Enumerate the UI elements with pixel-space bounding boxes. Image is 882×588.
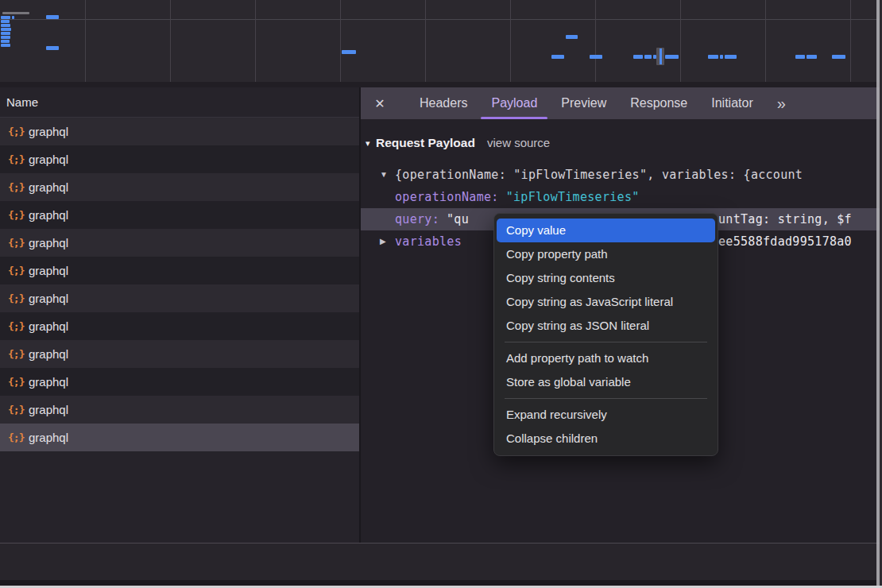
overview-pending-bar [2,12,29,14]
menu-item-copy-string-as-json-literal[interactable]: Copy string as JSON literal [497,314,715,338]
overview-gridline [425,0,426,82]
request-row-graphql[interactable]: {;}graphql [0,173,359,201]
property-key: query: [395,212,439,226]
property-value-clipped: untTag: string, $f [718,208,852,230]
menu-item-collapse-children[interactable]: Collapse children [497,427,715,451]
overview-request-bar [46,46,59,50]
window-bottom-strip [0,580,882,586]
json-braces-icon: {;} [8,153,29,165]
json-braces-icon: {;} [8,209,29,221]
request-name: graphql [29,125,68,138]
overview-request-bar [807,55,817,59]
property-key: variables [395,234,462,249]
overview-request-bar [590,55,602,59]
collapse-triangle-icon[interactable]: ▼ [380,164,388,186]
request-row-graphql[interactable]: {;}graphql [0,257,359,284]
devtools-network-panel: Name {;}graphql{;}graphql{;}graphql{;}gr… [0,0,882,588]
menu-item-expand-recursively[interactable]: Expand recursively [497,403,715,427]
menu-item-copy-string-as-javascript-literal[interactable]: Copy string as JavaScript literal [497,290,715,314]
more-tabs-icon[interactable]: » [777,87,786,119]
request-name: graphql [29,319,68,333]
request-row-graphql[interactable]: {;}graphql [0,340,359,368]
tab-headers[interactable]: Headers [420,87,467,119]
json-braces-icon: {;} [8,181,29,193]
request-name: graphql [29,375,68,389]
payload-operation-row[interactable]: operationName:"ipFlowTimeseries" [361,186,882,208]
property-value-string: "ipFlowTimeseries" [506,190,640,204]
request-row-graphql[interactable]: {;}graphql [0,284,359,312]
request-row-graphql[interactable]: {;}graphql [0,424,359,451]
request-payload-section-header[interactable]: ▾ Request Payload view source [361,132,882,154]
tab-preview[interactable]: Preview [561,87,606,119]
tab-payload[interactable]: Payload [491,87,537,119]
section-title: Request Payload [376,132,475,154]
column-header-name[interactable]: Name [0,87,359,118]
request-row-graphql[interactable]: {;}graphql [0,201,359,229]
overview-gridline [850,0,851,82]
overview-request-bar [1,40,10,43]
request-name: graphql [29,153,68,166]
request-row-graphql[interactable]: {;}graphql [0,118,359,145]
request-row-graphql[interactable]: {;}graphql [0,145,359,173]
tab-initiator[interactable]: Initiator [711,87,752,119]
tab-response[interactable]: Response [630,87,687,119]
overview-request-bar [832,55,845,59]
menu-item-copy-string-contents[interactable]: Copy string contents [497,266,715,290]
overview-request-bar [1,24,10,27]
overview-request-bar [1,44,10,47]
overview-request-bar [1,32,10,35]
menu-item-copy-property-path[interactable]: Copy property path [497,242,715,266]
overview-gridline [510,0,511,82]
menu-item-copy-value[interactable]: Copy value [497,219,715,242]
footer-empty-area [0,544,882,580]
detail-tab-bar: ✕ HeadersPayloadPreviewResponseInitiator… [361,87,882,119]
network-overview[interactable] [0,0,882,82]
view-source-link[interactable]: view source [487,132,550,154]
context-menu: Copy valueCopy property pathCopy string … [493,213,718,456]
overview-gridline [340,0,341,82]
request-row-graphql[interactable]: {;}graphql [0,396,359,424]
overview-request-bar [1,28,11,31]
overview-request-bar [633,55,643,59]
request-row-graphql[interactable]: {;}graphql [0,229,359,257]
request-name: graphql [29,264,68,277]
overview-request-bar [551,55,564,59]
overview-request-bar [644,55,652,59]
overview-gridline-horizontal [0,19,882,20]
json-braces-icon: {;} [8,431,29,443]
menu-item-add-property-path-to-watch[interactable]: Add property path to watch [497,346,715,370]
property-key: operationName: [395,190,499,204]
section-collapse-icon[interactable]: ▾ [366,132,370,154]
request-row-graphql[interactable]: {;}graphql [0,312,359,340]
request-name: graphql [29,236,68,250]
overview-request-bar [342,50,356,54]
close-icon[interactable]: ✕ [373,96,386,111]
payload-root-row[interactable]: ▼ {operationName: "ipFlowTimeseries", va… [361,164,882,186]
overview-request-bar [1,16,10,19]
overview-request-bar [725,55,737,59]
menu-divider [505,398,707,399]
overview-gridline [170,0,171,82]
overview-gridline [680,0,681,82]
json-braces-icon: {;} [8,292,29,304]
json-braces-icon: {;} [8,237,29,249]
request-name: graphql [29,431,68,444]
overview-request-bar [12,16,14,19]
overview-request-bar [566,35,578,39]
overview-request-bar [665,55,679,59]
json-braces-icon: {;} [8,348,29,360]
overview-gridline [595,0,596,82]
request-name: graphql [29,347,68,361]
overview-gridline [85,0,86,82]
overview-request-bar [1,36,10,39]
request-row-graphql[interactable]: {;}graphql [0,368,359,396]
overview-request-bar [46,15,59,19]
json-braces-icon: {;} [8,265,29,277]
request-name: graphql [29,208,68,222]
request-list: {;}graphql{;}graphql{;}graphql{;}graphql… [0,118,359,451]
expand-triangle-icon[interactable]: ▶ [380,230,386,253]
menu-item-store-as-global-variable[interactable]: Store as global variable [497,370,715,394]
request-name: graphql [29,403,68,416]
request-name: graphql [29,292,68,305]
overview-request-bar [795,55,805,59]
